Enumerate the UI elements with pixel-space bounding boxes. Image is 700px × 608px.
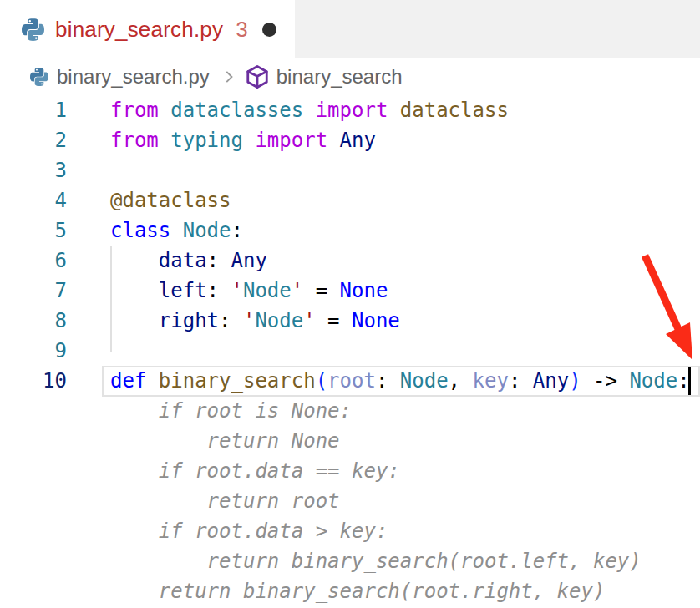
tab-error-count-badge: 3 bbox=[236, 17, 247, 43]
breadcrumb-file-label: binary_search.py bbox=[57, 65, 210, 89]
line-number[interactable]: 6 bbox=[0, 246, 67, 276]
code-line[interactable]: 8 right: 'Node' = None bbox=[0, 306, 700, 336]
breadcrumb-symbol[interactable]: binary_search bbox=[245, 64, 403, 89]
line-number[interactable] bbox=[0, 486, 67, 516]
symbol-method-cube-icon bbox=[245, 64, 270, 89]
code-line[interactable]: 7 left: 'Node' = None bbox=[0, 276, 700, 306]
line-number[interactable] bbox=[0, 456, 67, 486]
python-icon bbox=[22, 18, 44, 41]
code-line[interactable]: 9 bbox=[0, 336, 700, 366]
line-number[interactable]: 9 bbox=[0, 336, 67, 366]
code-line[interactable]: return None bbox=[0, 426, 700, 456]
code-text[interactable]: from dataclasses import dataclass bbox=[110, 95, 509, 125]
ghost-suggestion-text: return binary_search(root.right, key) bbox=[110, 580, 605, 603]
ghost-suggestion-text: if root.data == key: bbox=[110, 459, 400, 483]
code-editor[interactable]: 1from dataclasses import dataclass2from … bbox=[0, 95, 700, 608]
code-line[interactable]: 10def binary_search(root: Node, key: Any… bbox=[0, 366, 700, 396]
tab-binary-search[interactable]: binary_search.py 3 bbox=[0, 0, 295, 58]
code-line[interactable]: return binary_search(root.right, key) bbox=[0, 576, 700, 606]
code-line[interactable]: if root is None: bbox=[0, 396, 700, 426]
code-text[interactable]: return root bbox=[110, 486, 340, 516]
code-text[interactable]: if root is None: bbox=[110, 396, 352, 426]
chevron-right-icon bbox=[220, 68, 238, 86]
ghost-suggestion-text: if root is None: bbox=[110, 399, 352, 423]
line-number[interactable] bbox=[0, 546, 67, 576]
code-line[interactable]: 1from dataclasses import dataclass bbox=[0, 95, 700, 125]
line-number[interactable]: 8 bbox=[0, 306, 67, 336]
code-text[interactable]: return binary_search(root.right, key) bbox=[110, 576, 605, 606]
line-number[interactable]: 1 bbox=[0, 95, 67, 125]
line-number[interactable]: 10 bbox=[0, 366, 67, 396]
code-text[interactable]: @dataclass bbox=[110, 185, 231, 215]
code-line[interactable]: return binary_search(root.left, key) bbox=[0, 546, 700, 576]
tab-bar: binary_search.py 3 bbox=[0, 0, 700, 58]
line-number[interactable] bbox=[0, 426, 67, 456]
code-text[interactable]: return None bbox=[110, 426, 340, 456]
ghost-suggestion-text: if root.data > key: bbox=[110, 519, 388, 543]
code-line[interactable]: 3 bbox=[0, 155, 700, 185]
code-text[interactable]: class Node: bbox=[110, 215, 243, 246]
code-line[interactable]: 2from typing import Any bbox=[0, 125, 700, 155]
code-text[interactable]: from typing import Any bbox=[110, 125, 376, 155]
code-line[interactable]: 5class Node: bbox=[0, 215, 700, 246]
code-line[interactable]: 4@dataclass bbox=[0, 185, 700, 215]
vscode-window: binary_search.py 3 binary_search.py bina… bbox=[0, 0, 700, 608]
line-number[interactable]: 2 bbox=[0, 125, 67, 155]
ghost-suggestion-text: return binary_search(root.left, key) bbox=[110, 550, 642, 573]
code-text[interactable]: if root.data == key: bbox=[110, 456, 400, 486]
code-text[interactable]: left: 'Node' = None bbox=[110, 276, 388, 306]
line-number[interactable] bbox=[0, 516, 67, 546]
python-icon bbox=[30, 68, 48, 86]
text-cursor bbox=[688, 367, 691, 395]
code-lines: 1from dataclasses import dataclass2from … bbox=[0, 95, 700, 606]
code-text[interactable]: if root.data > key: bbox=[110, 516, 388, 546]
line-number[interactable]: 3 bbox=[0, 155, 67, 185]
code-text[interactable]: data: Any bbox=[110, 246, 267, 276]
line-number[interactable] bbox=[0, 576, 67, 606]
breadcrumb-symbol-label: binary_search bbox=[276, 65, 403, 89]
breadcrumb-file[interactable]: binary_search.py bbox=[30, 65, 210, 89]
code-line[interactable]: 6 data: Any bbox=[0, 246, 700, 276]
breadcrumb: binary_search.py binary_search bbox=[0, 58, 700, 95]
line-number[interactable] bbox=[0, 396, 67, 426]
code-line[interactable]: if root.data == key: bbox=[0, 456, 700, 486]
code-text[interactable]: def binary_search(root: Node, key: Any) … bbox=[110, 366, 690, 396]
code-text[interactable]: right: 'Node' = None bbox=[110, 306, 400, 336]
code-line[interactable]: return root bbox=[0, 486, 700, 516]
line-number[interactable]: 4 bbox=[0, 185, 67, 215]
ghost-suggestion-text: return None bbox=[110, 429, 340, 453]
line-number[interactable]: 5 bbox=[0, 215, 67, 246]
line-number[interactable]: 7 bbox=[0, 276, 67, 306]
code-text[interactable]: return binary_search(root.left, key) bbox=[110, 546, 642, 576]
ghost-suggestion-text: return root bbox=[110, 489, 340, 513]
tab-filename: binary_search.py bbox=[55, 17, 223, 43]
modified-dot-icon[interactable] bbox=[262, 23, 276, 37]
code-line[interactable]: if root.data > key: bbox=[0, 516, 700, 546]
